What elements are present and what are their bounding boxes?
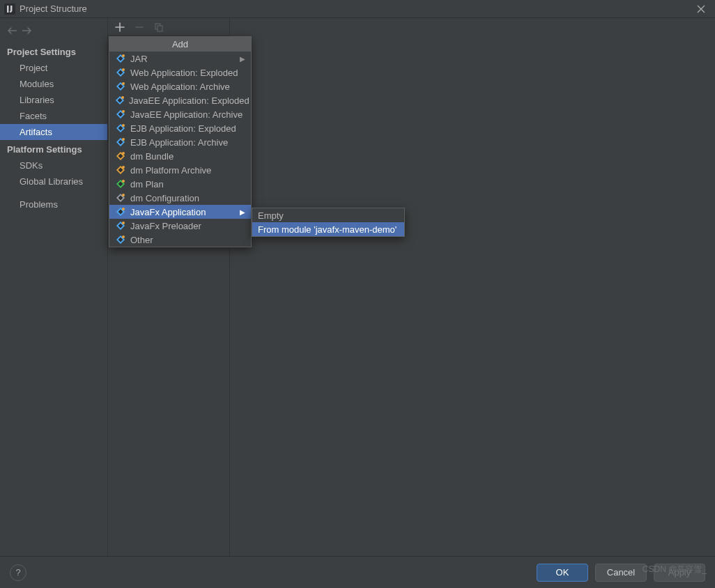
svg-point-6 — [122, 54, 125, 57]
cancel-button[interactable]: Cancel — [595, 564, 647, 582]
add-menu-item-label: Web Application: Exploded — [130, 68, 245, 78]
group-header-platform-settings: Platform Settings — [0, 140, 107, 157]
add-menu-item[interactable]: JAR▶ — [109, 52, 251, 65]
add-menu-item[interactable]: JavaFx Preloader — [109, 219, 251, 233]
add-menu-item[interactable]: dm Platform Archive — [109, 163, 251, 177]
sidebar-item-problems[interactable]: Problems — [0, 196, 107, 212]
add-menu-item-label: JavaEE Application: Exploded — [129, 95, 249, 106]
add-menu-item-label: EJB Application: Archive — [130, 137, 245, 148]
artifact-toolbar — [108, 18, 229, 36]
artifact-type-icon — [115, 123, 126, 134]
add-menu-item-label: Web Application: Archive — [130, 82, 245, 92]
add-popup-title: Add — [109, 37, 251, 52]
artifact-type-icon — [115, 234, 126, 245]
copy-button[interactable] — [154, 22, 164, 32]
dialog-buttons: OK Cancel Apply — [537, 564, 705, 582]
svg-point-15 — [121, 96, 124, 99]
add-menu-item-label: JAR — [130, 54, 236, 64]
add-menu-item[interactable]: EJB Application: Exploded — [109, 121, 251, 135]
artifact-type-icon — [115, 137, 126, 148]
nav-arrows — [0, 21, 107, 42]
submenu-item-label: Empty — [258, 210, 399, 221]
close-button[interactable] — [687, 0, 715, 18]
svg-rect-3 — [157, 26, 162, 31]
apply-button[interactable]: Apply — [654, 564, 705, 582]
svg-rect-0 — [4, 3, 15, 15]
submenu-item-label: From module 'javafx-maven-demo' — [258, 224, 399, 235]
sidebar-item-libraries[interactable]: Libraries — [0, 92, 107, 108]
artifact-type-icon — [115, 192, 126, 203]
svg-point-42 — [122, 222, 125, 224]
artifact-type-icon — [115, 81, 126, 92]
artifact-content-panel — [230, 18, 715, 556]
add-menu-item-label: EJB Application: Exploded — [130, 123, 245, 134]
sidebar-item-facets[interactable]: Facets — [0, 108, 107, 124]
artifact-type-icon — [115, 220, 126, 231]
add-menu-item-label: dm Bundle — [130, 151, 245, 162]
artifact-type-icon — [115, 53, 126, 64]
add-menu-item-label: dm Platform Archive — [130, 165, 245, 176]
forward-arrow-icon[interactable] — [22, 26, 32, 37]
sidebar-item-project[interactable]: Project — [0, 60, 107, 76]
submenu-arrow-icon: ▶ — [240, 208, 245, 216]
add-menu-item-label: dm Plan — [130, 179, 245, 189]
ok-button[interactable]: OK — [537, 564, 588, 582]
submenu-item[interactable]: Empty — [252, 208, 404, 222]
app-icon — [4, 3, 15, 15]
group-header-project-settings: Project Settings — [0, 42, 107, 60]
add-menu-item[interactable]: EJB Application: Archive — [109, 135, 251, 149]
sidebar-item-artifacts[interactable]: Artifacts — [0, 124, 107, 140]
add-menu-item-label: JavaFx Application — [130, 207, 236, 217]
sidebar-item-modules[interactable]: Modules — [0, 76, 107, 92]
add-menu-item[interactable]: JavaEE Application: Exploded — [109, 93, 251, 107]
svg-point-21 — [122, 124, 125, 127]
add-artifact-popup: Add JAR▶ Web Application: Exploded Web A… — [109, 36, 252, 247]
svg-point-33 — [122, 180, 125, 183]
artifact-type-icon — [115, 206, 126, 217]
add-menu-item[interactable]: Web Application: Archive — [109, 79, 251, 93]
svg-point-36 — [122, 194, 125, 196]
artifact-type-icon — [115, 109, 126, 120]
svg-rect-1 — [7, 6, 9, 13]
window-title: Project Structure — [20, 3, 687, 14]
body: Project Settings Project Modules Librari… — [0, 18, 715, 556]
sidebar: Project Settings Project Modules Librari… — [0, 18, 108, 556]
sidebar-item-sdks[interactable]: SDKs — [0, 157, 107, 173]
svg-point-9 — [122, 68, 125, 71]
svg-point-24 — [122, 138, 125, 141]
back-arrow-icon[interactable] — [7, 26, 17, 37]
add-menu-item[interactable]: Web Application: Exploded — [109, 65, 251, 79]
svg-point-27 — [122, 152, 125, 155]
artifact-type-icon — [115, 67, 126, 78]
add-menu-item-label: JavaFx Preloader — [130, 221, 245, 231]
add-menu-item[interactable]: JavaFx Application▶ — [109, 205, 251, 219]
add-menu-item[interactable]: Other — [109, 233, 251, 247]
javafx-submenu: EmptyFrom module 'javafx-maven-demo' — [252, 208, 405, 237]
help-button[interactable]: ? — [10, 564, 26, 581]
add-menu-item[interactable]: dm Plan — [109, 177, 251, 191]
artifact-type-icon — [115, 178, 126, 189]
add-menu-item-label: JavaEE Application: Archive — [130, 109, 245, 120]
add-menu-item[interactable]: dm Bundle — [109, 149, 251, 163]
svg-point-30 — [122, 166, 125, 169]
svg-point-18 — [122, 110, 125, 113]
svg-point-39 — [122, 208, 125, 210]
add-menu-item-label: dm Configuration — [130, 193, 245, 203]
add-menu-item[interactable]: dm Configuration — [109, 191, 251, 205]
svg-point-12 — [122, 82, 125, 85]
artifact-type-icon — [115, 95, 125, 106]
svg-point-45 — [122, 235, 125, 238]
add-menu-item[interactable]: JavaEE Application: Archive — [109, 107, 251, 121]
remove-button[interactable] — [134, 22, 144, 32]
titlebar: Project Structure — [0, 0, 715, 18]
artifact-type-icon — [115, 164, 126, 176]
sidebar-item-global-libraries[interactable]: Global Libraries — [0, 173, 107, 189]
submenu-item[interactable]: From module 'javafx-maven-demo' — [252, 222, 404, 236]
add-menu-item-label: Other — [130, 235, 245, 245]
artifact-type-icon — [115, 150, 126, 162]
submenu-arrow-icon: ▶ — [240, 55, 245, 63]
bottom-bar: ? OK Cancel Apply — [0, 556, 715, 588]
add-button[interactable] — [115, 22, 125, 32]
